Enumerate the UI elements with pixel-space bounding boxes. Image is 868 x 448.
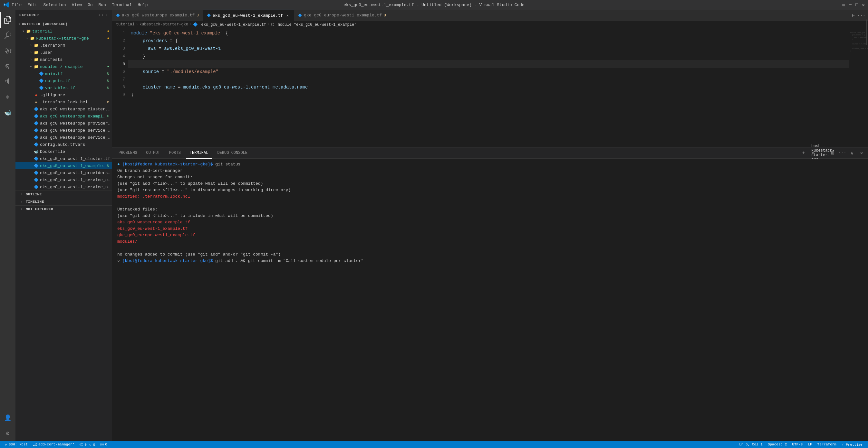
ln-9: 9 (112, 91, 125, 99)
ln-6: 6 (112, 68, 125, 76)
file-aks-cert[interactable]: › 🔷 aks_gc0_westeurope_service_cert-mana… (16, 127, 112, 134)
activity-settings[interactable]: ⚙ (0, 425, 16, 441)
tab-eks-example[interactable]: 🔷 eks_gc0_eu-west-1_example.tf ✕ (203, 10, 294, 21)
breadcrumb-symbol[interactable]: ⬡ module "eks_gc0_eu-west-1_example" (271, 22, 356, 27)
panel-tab-output[interactable]: OUTPUT (143, 147, 164, 159)
status-language[interactable]: Terraform (815, 441, 839, 448)
file-eks-nginx[interactable]: › 🔷 eks_gc0_eu-west-1_service_nginx.tf (16, 183, 112, 191)
tab-aks-badge: U (196, 13, 199, 18)
menu-selection[interactable]: Selection (43, 3, 66, 7)
activity-run-debug[interactable] (0, 59, 16, 74)
menu-help[interactable]: Help (137, 3, 148, 7)
activity-explorer[interactable] (0, 12, 16, 28)
code-line-6: source = "./modules/example" (128, 68, 849, 76)
folder-kubestack[interactable]: ▾ 📁 kubestack-starter-gke ● (16, 35, 112, 42)
tab-gke-example[interactable]: 🔷 gke_gc0_europe-west1_example.tf U (294, 10, 390, 21)
file-eks-example[interactable]: › 🔷 eks_gc0_eu-west-1_example.tf U (16, 162, 112, 169)
close-panel-icon[interactable]: ✕ (858, 149, 865, 157)
file-main-tf[interactable]: › 🔷 main.tf U (16, 70, 112, 77)
file-dockerfile[interactable]: › 🐋 Dockerfile (16, 148, 112, 155)
layout-icon[interactable]: ⊞ (842, 2, 845, 8)
sidebar-more-icon[interactable]: ··· (98, 12, 108, 18)
status-spaces[interactable]: Spaces: 2 (765, 441, 789, 448)
file-eks-cert[interactable]: › 🔷 eks_gc0_eu-west-1_service_cert-manag… (16, 176, 112, 183)
file-aks-example[interactable]: › 🔷 aks_gc0_westeurope_example.tf U (16, 113, 112, 120)
activity-extensions[interactable] (0, 74, 16, 90)
activity-source-control[interactable] (0, 43, 16, 59)
close-button[interactable]: ✕ (862, 2, 865, 8)
panel-tab-problems[interactable]: PROBLEMS (115, 147, 141, 159)
ln-7: 7 (112, 76, 125, 83)
file-outputs-tf[interactable]: › 🔷 outputs.tf U (16, 77, 112, 84)
terminal-content[interactable]: ● [kbst@fedora kubestack-starter-gke]$ g… (112, 159, 868, 441)
term-line-11: eks_gc0_eu-west-1_example.tf (117, 226, 863, 232)
breadcrumb-tutorial[interactable]: tutorial (116, 22, 135, 27)
menu-terminal[interactable]: Terminal (112, 3, 132, 7)
outline-section: › OUTLINE (16, 191, 112, 198)
panel-tab-ports[interactable]: PORTS (165, 147, 185, 159)
editor-main[interactable]: 1 2 3 4 5 6 7 8 9 module "eks_gc0_eu-wes… (112, 28, 868, 147)
mdi-header[interactable]: › MDI EXPLORER (16, 206, 112, 213)
status-encoding[interactable]: UTF-8 (789, 441, 805, 448)
file-eks-cluster-icon: 🔷 (33, 156, 39, 161)
file-variables-tf-icon: 🔷 (39, 85, 44, 91)
ln-4: 4 (112, 53, 125, 60)
activity-accounts[interactable]: 👤 (0, 410, 16, 425)
menu-run[interactable]: Run (98, 3, 106, 7)
folder-terraform-hidden[interactable]: › 📁 .terraform (16, 42, 112, 49)
status-ln-col-label: Ln 5, Col 1 (739, 443, 763, 446)
activity-docker[interactable]: 🐋 (0, 105, 16, 120)
file-gitignore[interactable]: › ◆ .gitignore (16, 92, 112, 99)
terminal-session-label[interactable]: bash - kubestack-starter-gke (819, 149, 827, 157)
status-ln-col[interactable]: Ln 5, Col 1 (737, 441, 765, 448)
maximize-button[interactable]: □ (856, 2, 858, 8)
status-ssh[interactable]: ⇌ SSH: kbst (3, 441, 30, 448)
kill-terminal-icon[interactable]: 🗑 (829, 149, 836, 157)
activity-kubernetes[interactable]: ☸ (0, 90, 16, 105)
new-terminal-icon[interactable]: + (800, 149, 807, 157)
tabs-bar: 🔷 aks_gc0_westeurope_example.tf U 🔷 eks_… (112, 10, 868, 21)
timeline-header[interactable]: › TIMELINE (16, 198, 112, 205)
folder-modules-example[interactable]: ▾ 📁 modules / example ● (16, 63, 112, 70)
folder-user[interactable]: › 📁 .user (16, 49, 112, 56)
breadcrumb-kubestack[interactable]: kubestack-starter-gke (140, 22, 188, 27)
status-branch[interactable]: ⎇ add-cert-manager* (30, 441, 77, 448)
tab-eks-close[interactable]: ✕ (285, 13, 290, 18)
file-eks-example-badge: U (107, 164, 109, 168)
activity-bar: ☸ 🐋 👤 ⚙ (0, 10, 16, 441)
more-tabs-icon[interactable]: ··· (857, 13, 865, 18)
more-actions-icon[interactable]: ··· (838, 149, 846, 157)
file-variables-tf[interactable]: › 🔷 variables.tf U (16, 84, 112, 92)
status-errors[interactable]: ⓪ 0 △ 0 (77, 441, 98, 448)
status-prettier-label: ✓ Prettier (842, 443, 863, 447)
status-warnings[interactable]: ⓪ 0 (98, 441, 110, 448)
menu-view[interactable]: View (72, 3, 82, 7)
file-config-tfvars[interactable]: › 🔷 config.auto.tfvars (16, 141, 112, 148)
file-aks-providers[interactable]: › 🔷 aks_gc0_westeurope_providers.tf (16, 120, 112, 127)
file-aks-cluster[interactable]: › 🔷 aks_gc0_westeurope_cluster.tf (16, 106, 112, 113)
file-terraform-lock[interactable]: › ≡ .terraform.lock.hcl M (16, 99, 112, 106)
activity-search[interactable] (0, 28, 16, 43)
editor-scrollbar[interactable] (866, 28, 867, 45)
file-aks-nginx[interactable]: › 🔷 aks_gc0_westeurope_service_nginx.tf (16, 134, 112, 141)
tab-aks-example[interactable]: 🔷 aks_gc0_westeurope_example.tf U (112, 10, 203, 21)
menu-edit[interactable]: Edit (27, 3, 37, 7)
panel-tabs: PROBLEMS OUTPUT PORTS TERMINAL DEBUG CON… (112, 147, 868, 159)
workspace-root[interactable]: ▾ UNTITLED (WORKSPACE) (16, 21, 112, 28)
folder-manifests[interactable]: › 📁 manifests (16, 56, 112, 63)
breadcrumb-file[interactable]: 🔷 eks_gc0_eu-west-1_example.tf (193, 22, 266, 27)
panel-tab-terminal[interactable]: TERMINAL (186, 147, 212, 159)
menu-go[interactable]: Go (88, 3, 93, 7)
status-prettier[interactable]: ✓ Prettier (839, 441, 865, 448)
file-eks-providers[interactable]: › 🔷 eks_gc0_eu-west-1_providers.tf (16, 169, 112, 176)
panel-tab-debug[interactable]: DEBUG CONSOLE (213, 147, 251, 159)
maximize-panel-icon[interactable]: ∧ (848, 149, 856, 157)
status-eol[interactable]: LF (805, 441, 814, 448)
menu-file[interactable]: File (11, 3, 22, 7)
folder-tutorial[interactable]: ▾ 📁 tutorial ● (16, 28, 112, 35)
minimize-button[interactable]: ─ (849, 2, 851, 8)
split-editor-icon[interactable]: ⊢ (852, 12, 855, 18)
outline-header[interactable]: › OUTLINE (16, 191, 112, 198)
file-eks-cluster[interactable]: › 🔷 eks_gc0_eu-west-1_cluster.tf (16, 155, 112, 162)
code-area[interactable]: module "eks_gc0_eu-west-1_example" { pro… (128, 28, 849, 147)
